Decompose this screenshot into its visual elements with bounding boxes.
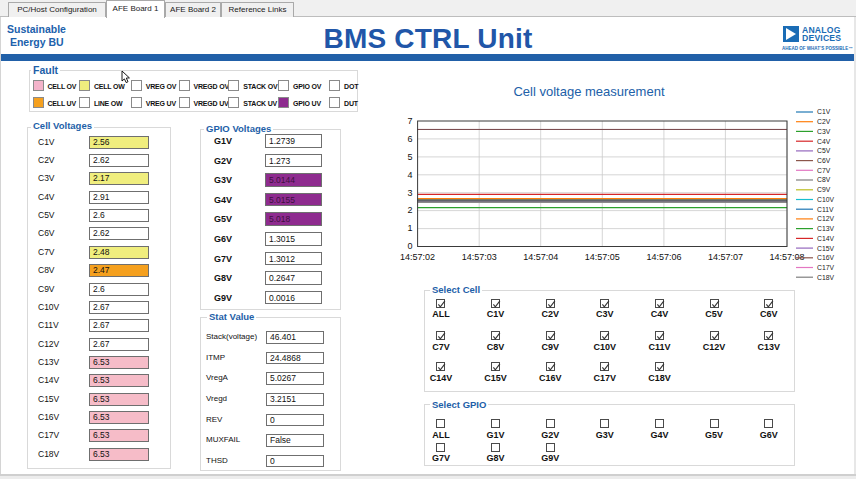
svg-text:5: 5 — [408, 152, 413, 162]
svg-text:7: 7 — [408, 116, 413, 126]
svg-text:C18V: C18V — [817, 274, 834, 281]
svg-text:C2V: C2V — [817, 118, 831, 125]
svg-text:C5V: C5V — [817, 147, 831, 154]
svg-text:14:57:06: 14:57:06 — [646, 252, 681, 262]
svg-text:C15V: C15V — [817, 245, 834, 252]
svg-text:1: 1 — [408, 223, 413, 233]
svg-text:14:57:07: 14:57:07 — [708, 252, 743, 262]
svg-text:C6V: C6V — [817, 157, 831, 164]
svg-text:C13V: C13V — [817, 225, 834, 232]
svg-text:C8V: C8V — [817, 176, 831, 183]
svg-text:2: 2 — [408, 205, 413, 215]
svg-text:C7V: C7V — [817, 167, 831, 174]
svg-text:C1V: C1V — [817, 108, 831, 115]
svg-text:14:57:04: 14:57:04 — [523, 252, 558, 262]
svg-text:4: 4 — [408, 170, 413, 180]
svg-text:C16V: C16V — [817, 254, 834, 261]
svg-text:14:57:03: 14:57:03 — [462, 252, 497, 262]
svg-text:0: 0 — [408, 241, 413, 251]
svg-text:C3V: C3V — [817, 128, 831, 135]
svg-text:C14V: C14V — [817, 235, 834, 242]
svg-text:C9V: C9V — [817, 186, 831, 193]
svg-text:C17V: C17V — [817, 264, 834, 271]
svg-text:6: 6 — [408, 134, 413, 144]
svg-text:3: 3 — [408, 188, 413, 198]
svg-text:14:57:05: 14:57:05 — [585, 252, 620, 262]
svg-text:C10V: C10V — [817, 196, 834, 203]
svg-text:14:57:02: 14:57:02 — [400, 252, 435, 262]
svg-text:C12V: C12V — [817, 215, 834, 222]
svg-text:C11V: C11V — [817, 206, 834, 213]
svg-text:C4V: C4V — [817, 138, 831, 145]
